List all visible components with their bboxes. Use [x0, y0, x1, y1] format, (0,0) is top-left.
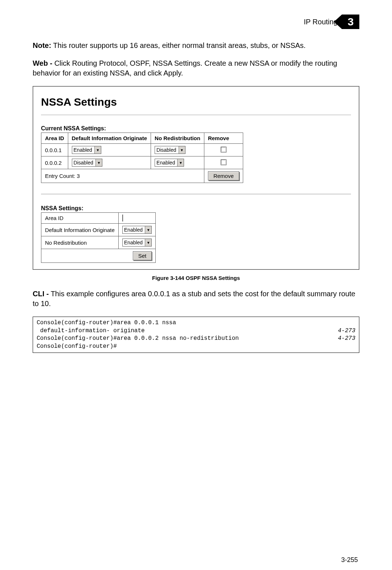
remove-checkbox[interactable] [221, 159, 226, 165]
figure-caption: Figure 3-144 OSPF NSSA Settings [33, 275, 359, 281]
col-remove: Remove [204, 133, 243, 144]
divider [41, 115, 351, 115]
web-text: Click Routing Protocol, OSPF, NSSA Setti… [33, 59, 337, 77]
select-value: Disabled [155, 147, 178, 153]
chevron-down-icon: ▼ [94, 146, 101, 154]
nor-select[interactable]: Enabled ▼ [155, 159, 184, 167]
chevron-down-icon: ▼ [95, 159, 102, 166]
select-value: Enabled [123, 239, 145, 246]
cli-paragraph: CLI - This example configures area 0.0.0… [33, 289, 359, 309]
divider [41, 194, 351, 194]
remove-button[interactable]: Remove [208, 171, 239, 180]
note-paragraph: Note: This router supports up 16 areas, … [33, 41, 359, 50]
select-value: Disabled [72, 159, 95, 166]
form-dio-label: Default Information Originate [41, 224, 119, 236]
nor-select[interactable]: Disabled ▼ [155, 146, 185, 154]
remove-checkbox[interactable] [221, 147, 226, 152]
form-nor-select[interactable]: Enabled ▼ [122, 239, 152, 247]
set-button[interactable]: Set [133, 251, 152, 260]
chevron-down-icon: ▼ [179, 146, 185, 154]
cli-output: Console(config-router)#area 0.0.0.1 nssa… [33, 317, 359, 353]
chevron-down-icon: ▼ [177, 159, 184, 166]
cli-lines: Console(config-router)#area 0.0.0.1 nssa… [37, 319, 326, 350]
table-footer-row: Entry Count: 3 Remove [41, 169, 243, 183]
web-label: Web - [33, 59, 52, 67]
select-value: Enabled [155, 159, 177, 166]
current-settings-label: Current NSSA Settings: [41, 125, 351, 132]
cell-area-id: 0.0.0.2 [41, 156, 68, 169]
figure-title: NSSA Settings [41, 96, 351, 108]
dio-select[interactable]: Enabled ▼ [72, 146, 101, 154]
select-value: Enabled [123, 227, 145, 233]
table-row: 0.0.0.1 Enabled ▼ Disabled ▼ [41, 144, 243, 156]
form-dio-select[interactable]: Enabled ▼ [122, 226, 152, 234]
chapter-number: 3 [348, 16, 354, 28]
page-number: 3-255 [33, 556, 359, 564]
nssa-form-table: Area ID Default Information Originate En… [41, 212, 156, 263]
table-row: 0.0.0.2 Disabled ▼ Enabled ▼ [41, 156, 243, 169]
form-area-label: Area ID [41, 213, 119, 224]
note-text: This router supports up 16 areas, either… [51, 41, 306, 49]
page-header: IP Routing 3 [33, 15, 359, 29]
form-label: NSSA Settings: [41, 205, 351, 212]
cli-text: This example configures area 0.0.0.1 as … [33, 290, 355, 308]
section-title: IP Routing [304, 18, 338, 26]
note-label: Note: [33, 41, 51, 49]
cell-area-id: 0.0.0.1 [41, 144, 68, 156]
form-nor-label: No Redistribution [41, 236, 119, 249]
entry-count: Entry Count: 3 [41, 169, 204, 183]
select-value: Enabled [72, 147, 94, 153]
chevron-down-icon: ▼ [145, 226, 151, 233]
chapter-badge: 3 [342, 15, 359, 29]
col-dio: Default Information Originate [68, 133, 151, 144]
cli-label: CLI - [33, 290, 49, 298]
cli-refs: 4-273 4-273 [326, 319, 355, 350]
figure-screenshot: NSSA Settings Current NSSA Settings: Are… [33, 86, 359, 270]
chevron-down-icon: ▼ [145, 239, 151, 246]
current-settings-table: Area ID Default Information Originate No… [41, 133, 243, 183]
dio-select[interactable]: Disabled ▼ [72, 159, 102, 167]
col-area-id: Area ID [41, 133, 68, 144]
col-nor: No Redistribution [151, 133, 204, 144]
area-id-input[interactable] [122, 215, 123, 221]
web-paragraph: Web - Click Routing Protocol, OSPF, NSSA… [33, 58, 359, 78]
